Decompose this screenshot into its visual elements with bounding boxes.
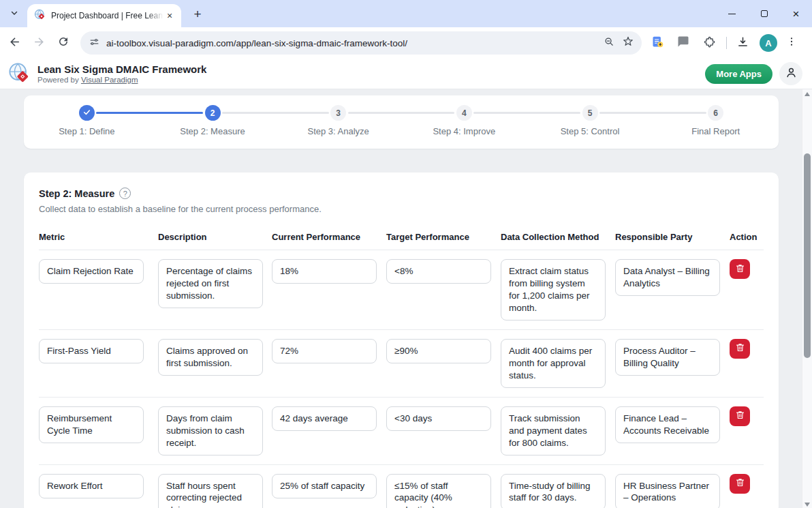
tab-title: Project Dashboard | Free Lean S [51, 11, 163, 20]
step-1-label: Step 1: Define [59, 126, 114, 136]
tab-search-button[interactable] [5, 5, 23, 23]
zoom-out-icon [604, 36, 615, 50]
url-text[interactable]: ai-toolbox.visual-paradigm.com/app/lean-… [106, 38, 599, 48]
column-header-action: Action [730, 232, 764, 242]
bookmark-button[interactable] [619, 33, 638, 53]
metric-input[interactable]: First-Pass Yield [39, 339, 144, 363]
browser-profile-avatar[interactable]: A [760, 34, 777, 52]
trash-icon [735, 263, 745, 275]
window-close-button[interactable]: × [780, 0, 812, 27]
scrollbar-down-arrow[interactable] [805, 503, 810, 507]
stepper-item-control[interactable]: 5 Step 5: Control [527, 95, 653, 149]
responsible-party-input[interactable]: Data Analyst – Billing Analytics [615, 259, 720, 296]
minimize-icon [728, 14, 736, 14]
current-performance-input[interactable]: 18% [272, 259, 377, 284]
app-header: Lean Six Sigma DMAIC Framework Powered b… [0, 59, 812, 89]
description-input[interactable]: Claims approved on first submission. [158, 339, 263, 376]
target-performance-input[interactable]: <30 days [386, 406, 491, 431]
section-title: Step 2: Measure [39, 188, 114, 199]
step-3-circle: 3 [330, 105, 346, 121]
step-3-label: Step 3: Analyze [308, 126, 369, 136]
stepper-item-define[interactable]: Step 1: Define [24, 95, 150, 149]
target-performance-input[interactable]: <8% [386, 259, 491, 284]
stepper-card: Step 1: Define 2 Step 2: Measure 3 Step … [24, 95, 779, 149]
step-2-label: Step 2: Measure [180, 126, 245, 136]
description-input[interactable]: Staff hours spent correcting rejected cl… [158, 474, 263, 508]
delete-row-button[interactable] [730, 339, 750, 359]
column-header-metric: Metric [39, 232, 158, 242]
current-performance-input[interactable]: 42 days average [272, 406, 377, 431]
check-icon [82, 108, 91, 119]
chevron-down-icon [10, 8, 19, 20]
trash-icon [735, 342, 745, 355]
browser-toolbar: ai-toolbox.visual-paradigm.com/app/lean-… [0, 27, 812, 59]
visual-paradigm-link[interactable]: Visual Paradigm [81, 76, 138, 84]
page-content: Step 1: Define 2 Step 2: Measure 3 Step … [0, 89, 802, 508]
stepper-item-final-report[interactable]: 6 Final Report [653, 95, 779, 149]
step-6-label: Final Report [691, 126, 740, 136]
stepper-item-improve[interactable]: 4 Step 4: Improve [401, 95, 527, 149]
window-maximize-button[interactable] [748, 0, 780, 27]
close-icon: × [793, 8, 800, 20]
description-input[interactable]: Days from claim submission to cash recei… [158, 406, 263, 455]
table-row: First-Pass Yield Claims approved on firs… [39, 330, 764, 398]
delete-row-button[interactable] [730, 406, 750, 426]
target-performance-input[interactable]: ≤15% of staff capacity (40% reduction) [386, 474, 491, 508]
scrollbar-thumb[interactable] [804, 153, 811, 358]
star-icon [622, 35, 634, 50]
reading-mode-button[interactable] [647, 33, 668, 53]
help-icon[interactable]: ? [119, 188, 131, 199]
data-collection-method-input[interactable]: Time-study of billing staff for 30 days. [501, 474, 606, 508]
delete-row-button[interactable] [730, 474, 750, 494]
column-header-method: Data Collection Method [501, 232, 615, 242]
browser-menu-button[interactable] [781, 33, 802, 53]
delete-row-button[interactable] [730, 259, 750, 279]
forward-button[interactable] [29, 33, 49, 53]
user-account-button[interactable] [779, 62, 802, 85]
maximize-icon [761, 10, 768, 17]
step-2-circle: 2 [205, 105, 221, 121]
powered-by: Powered by Visual Paradigm [37, 76, 705, 84]
table-row: Rework Effort Staff hours spent correcti… [39, 465, 764, 508]
current-performance-input[interactable]: 25% of staff capacity [272, 474, 377, 498]
step-4-label: Step 4: Improve [433, 126, 495, 136]
extensions-button[interactable] [699, 33, 719, 53]
browser-tab[interactable]: Project Dashboard | Free Lean S × [27, 4, 181, 27]
description-input[interactable]: Percentage of claims rejected on first s… [158, 259, 263, 308]
responsible-party-input[interactable]: HR Business Partner – Operations [615, 474, 720, 508]
browser-tab-strip: Project Dashboard | Free Lean S × + × [0, 0, 812, 27]
step-6-circle: 6 [708, 105, 723, 121]
comment-button[interactable] [673, 33, 693, 53]
more-apps-button[interactable]: More Apps [705, 64, 772, 84]
scrollbar-up-arrow[interactable] [805, 92, 810, 96]
app-titles: Lean Six Sigma DMAIC Framework Powered b… [37, 63, 705, 83]
page-scrollbar[interactable] [802, 89, 812, 508]
current-performance-input[interactable]: 72% [272, 339, 377, 363]
data-collection-method-input[interactable]: Track submission and payment dates for 8… [501, 406, 606, 455]
tab-close-button[interactable]: × [163, 10, 176, 22]
zoom-button[interactable] [599, 33, 619, 53]
table-row: Reimbursement Cycle Time Days from claim… [39, 398, 764, 465]
back-button[interactable] [4, 33, 25, 53]
downloads-button[interactable] [732, 33, 753, 53]
reload-button[interactable] [53, 33, 74, 53]
table-row: Claim Rejection Rate Percentage of claim… [39, 250, 764, 330]
stepper-item-measure[interactable]: 2 Step 2: Measure [150, 95, 276, 149]
responsible-party-input[interactable]: Finance Lead – Accounts Receivable [615, 406, 720, 443]
window-controls: × [716, 0, 812, 27]
step-4-circle: 4 [456, 105, 472, 121]
new-tab-button[interactable]: + [189, 6, 206, 23]
address-bar[interactable]: ai-toolbox.visual-paradigm.com/app/lean-… [80, 31, 642, 55]
data-collection-method-input[interactable]: Audit 400 claims per month for approval … [501, 339, 606, 388]
window-minimize-button[interactable] [716, 0, 748, 27]
site-settings-icon [89, 36, 100, 50]
column-header-target: Target Performance [386, 232, 501, 242]
back-arrow-icon [8, 35, 21, 51]
metric-input[interactable]: Claim Rejection Rate [39, 259, 144, 284]
data-collection-method-input[interactable]: Extract claim status from billing system… [501, 259, 606, 320]
metric-input[interactable]: Reimbursement Cycle Time [39, 406, 144, 443]
responsible-party-input[interactable]: Process Auditor – Billing Quality [615, 339, 720, 376]
stepper-item-analyze[interactable]: 3 Step 3: Analyze [275, 95, 401, 149]
target-performance-input[interactable]: ≥90% [386, 339, 491, 363]
metric-input[interactable]: Rework Effort [39, 474, 144, 498]
